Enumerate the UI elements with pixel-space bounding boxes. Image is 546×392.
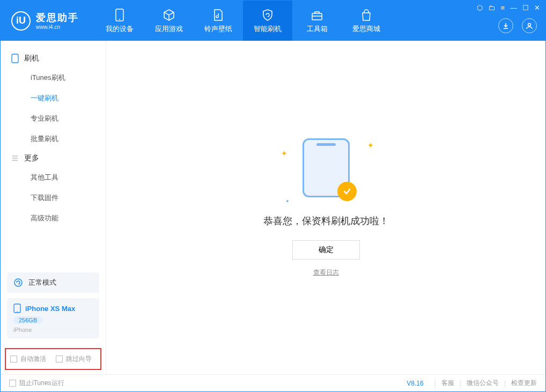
- maximize-button[interactable]: ☐: [522, 4, 529, 12]
- checkbox-auto-activate[interactable]: 自动激活: [10, 354, 46, 364]
- nav-ringtone-wallpaper[interactable]: 铃声壁纸: [194, 1, 243, 41]
- sidebar-item-itunes-flash[interactable]: iTunes刷机: [1, 68, 106, 88]
- svg-point-5: [14, 279, 22, 286]
- footer-link-support[interactable]: 客服: [441, 379, 454, 388]
- checkbox-skip-guide[interactable]: 跳过向导: [56, 354, 92, 364]
- shirt-icon[interactable]: ⬡: [477, 4, 483, 12]
- device-capacity: 256GB: [13, 316, 42, 324]
- app-subtitle: www.i4.cn: [36, 24, 79, 30]
- sidebar-item-batch-flash[interactable]: 批量刷机: [1, 129, 106, 149]
- main-content: ✦ ✦ • 恭喜您，保资料刷机成功啦！ 确定 查看日志: [106, 41, 545, 374]
- mode-label: 正常模式: [28, 278, 56, 287]
- list-icon: [11, 154, 19, 162]
- nav-store[interactable]: 爱思商城: [342, 1, 391, 41]
- nav-my-device[interactable]: 我的设备: [95, 1, 144, 41]
- device-mode-box[interactable]: 正常模式: [7, 272, 99, 293]
- sidebar-item-download-firmware[interactable]: 下载固件: [1, 188, 106, 208]
- sidebar-item-oneclick-flash[interactable]: 一键刷机: [1, 88, 106, 108]
- phone-icon: [113, 8, 127, 22]
- nav-smart-flash[interactable]: 智能刷机: [243, 1, 292, 41]
- nav-apps-games[interactable]: 应用游戏: [144, 1, 194, 41]
- svg-point-7: [17, 311, 18, 312]
- sparkle-icon: ✦: [367, 141, 374, 150]
- close-button[interactable]: ✕: [534, 4, 540, 12]
- device-name: iPhone XS Max: [25, 305, 75, 313]
- sidebar: 刷机 iTunes刷机 一键刷机 专业刷机 批量刷机 更多 其他工具 下载固件 …: [1, 41, 106, 374]
- minimize-button[interactable]: —: [510, 4, 517, 12]
- device-info-box[interactable]: iPhone XS Max 256GB iPhone: [7, 298, 99, 338]
- sidebar-item-other-tools[interactable]: 其他工具: [1, 167, 106, 188]
- title-bar: iU 爱思助手 www.i4.cn 我的设备 应用游戏 铃声壁纸 智能刷机 工具…: [1, 1, 545, 41]
- view-log-link[interactable]: 查看日志: [313, 268, 339, 277]
- menu-icon[interactable]: ≡: [500, 4, 505, 12]
- footer-link-wechat[interactable]: 微信公众号: [467, 379, 499, 388]
- sparkle-icon: ✦: [281, 149, 287, 158]
- sidebar-item-pro-flash[interactable]: 专业刷机: [1, 108, 106, 129]
- check-badge-icon: [337, 182, 357, 201]
- nav-toolbox[interactable]: 工具箱: [292, 1, 342, 41]
- window-controls: ⬡ 🗀 ≡ — ☐ ✕: [477, 4, 540, 12]
- success-message: 恭喜您，保资料刷机成功啦！: [263, 215, 389, 227]
- sidebar-section-flash: 刷机: [1, 49, 106, 68]
- device-phone-icon: [13, 304, 21, 313]
- ok-button[interactable]: 确定: [292, 240, 360, 260]
- download-button[interactable]: [498, 18, 513, 33]
- svg-point-3: [528, 24, 531, 26]
- bag-icon: [359, 8, 373, 22]
- app-logo: iU 爱思助手 www.i4.cn: [1, 11, 90, 31]
- main-nav: 我的设备 应用游戏 铃声壁纸 智能刷机 工具箱 爱思商城: [95, 1, 391, 41]
- cube-icon: [162, 8, 176, 22]
- svg-rect-2: [312, 13, 322, 20]
- app-title: 爱思助手: [36, 11, 79, 24]
- sidebar-item-advanced[interactable]: 高级功能: [1, 208, 106, 228]
- phone-illustration: [302, 138, 350, 197]
- device-type: iPhone: [13, 327, 93, 333]
- sidebar-section-more: 更多: [1, 149, 106, 167]
- user-button[interactable]: [522, 18, 537, 33]
- phone-small-icon: [11, 54, 19, 63]
- success-illustration: ✦ ✦ •: [302, 138, 350, 197]
- toolbox-icon: [310, 8, 324, 22]
- highlighted-options-box: 自动激活 跳过向导: [5, 348, 101, 370]
- lock-icon[interactable]: 🗀: [488, 4, 495, 12]
- status-bar: 阻止iTunes运行 V8.16 | 客服 | 微信公众号 | 检查更新: [1, 374, 545, 391]
- version-label: V8.16: [407, 380, 423, 387]
- refresh-icon: [13, 278, 23, 287]
- svg-point-1: [119, 19, 120, 20]
- logo-icon: iU: [11, 11, 31, 31]
- sparkle-icon: •: [286, 197, 289, 205]
- svg-rect-4: [12, 54, 18, 63]
- checkbox-block-itunes[interactable]: 阻止iTunes运行: [9, 379, 64, 388]
- footer-link-update[interactable]: 检查更新: [511, 379, 537, 388]
- shield-refresh-icon: [261, 8, 275, 22]
- music-file-icon: [211, 8, 225, 22]
